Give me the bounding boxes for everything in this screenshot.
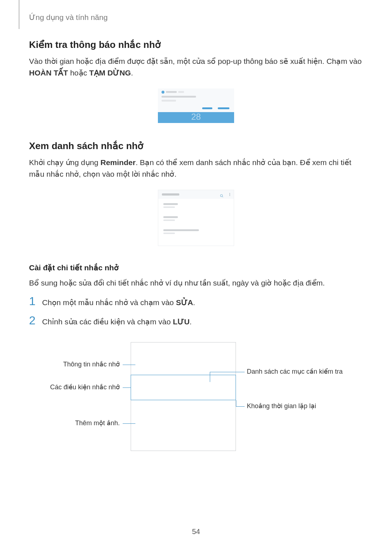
callout-line (123, 365, 135, 365)
more-icon (229, 193, 230, 196)
placeholder-line (163, 229, 199, 231)
reminder-detail-diagram: Thông tin nhắc nhở Các điều kiện nhắc nh… (29, 342, 363, 462)
list-item (163, 216, 178, 221)
placeholder-button (202, 107, 212, 109)
text-part: Chỉnh sửa các điều kiện và chạm vào (42, 317, 173, 326)
step-number: 2 (29, 315, 42, 326)
label-save: LƯU (173, 317, 189, 326)
step-text: Chỉnh sửa các điều kiện và chạm vào LƯU. (42, 316, 192, 328)
list-item (163, 203, 178, 208)
callout-line (210, 372, 245, 372)
notification-popup-figure: 28 (158, 89, 234, 123)
placeholder-line (162, 96, 196, 98)
page-header-section: Ứng dụng và tính năng (29, 13, 108, 22)
label-complete: HOÀN TẤT (29, 69, 68, 77)
placeholder-button (218, 107, 229, 109)
highlighted-region (131, 375, 236, 400)
page-margin-line (19, 0, 19, 29)
search-icon (220, 193, 224, 196)
text-part: . (131, 69, 133, 77)
label-snooze: TẠM DỪNG (89, 69, 131, 77)
heading-view-reminder-list: Xem danh sách nhắc nhở (29, 140, 363, 152)
heading-reminder-details: Cài đặt chi tiết nhắc nhở (29, 263, 363, 272)
step-2: 2 Chỉnh sửa các điều kiện và chạm vào LƯ… (29, 315, 363, 328)
svg-line-1 (222, 196, 223, 197)
text-part: Vào thời gian hoặc địa điểm được đặt sẵn… (29, 57, 362, 65)
text-part: hoặc (68, 69, 89, 77)
placeholder-line (163, 233, 175, 234)
callout-add-image: Thêm một ảnh. (29, 419, 120, 427)
placeholder-line (163, 206, 175, 208)
popup-date-number: 28 (191, 112, 201, 122)
callout-line (210, 372, 210, 382)
text-part: . (193, 298, 195, 307)
list-item (163, 229, 199, 234)
heading-check-reminders: Kiểm tra thông báo nhắc nhở (29, 39, 363, 50)
placeholder-line (166, 91, 177, 93)
callout-line (123, 387, 131, 388)
text-part: Khởi chạy ứng dụng (29, 158, 101, 167)
svg-point-0 (220, 194, 222, 197)
label-reminder-app: Reminder (101, 158, 136, 167)
callout-reminder-info: Thông tin nhắc nhở (29, 360, 120, 368)
callout-reminder-conditions: Các điều kiện nhắc nhở (29, 383, 120, 391)
label-edit: SỬA (176, 298, 193, 307)
placeholder-line (163, 216, 178, 218)
text-part: . (189, 317, 192, 326)
callout-line (236, 406, 245, 407)
main-content: Kiểm tra thông báo nhắc nhở Vào thời gia… (29, 39, 363, 462)
callout-line (123, 423, 135, 424)
step-1: 1 Chọn một mẫu nhắc nhở và chạm vào SỬA. (29, 295, 363, 308)
placeholder-line (163, 219, 175, 221)
callout-line (236, 400, 236, 407)
placeholder-line (178, 91, 184, 93)
paragraph-view-reminder-list: Khởi chạy ứng dụng Reminder. Bạn có thể … (29, 157, 363, 180)
text-part: Chọn một mẫu nhắc nhở và chạm vào (42, 298, 176, 307)
paragraph-reminder-details: Bổ sung hoặc sửa đổi chi tiết nhắc nhở v… (29, 277, 363, 289)
callout-repeat-interval: Khoảng thời gian lặp lại (247, 402, 316, 410)
page-number: 54 (192, 528, 200, 536)
placeholder-title (162, 193, 179, 196)
step-number: 1 (29, 295, 42, 307)
placeholder-line (162, 100, 176, 102)
reminder-list-figure (158, 190, 234, 246)
paragraph-check-reminders: Vào thời gian hoặc địa điểm được đặt sẵn… (29, 56, 363, 78)
step-text: Chọn một mẫu nhắc nhở và chạm vào SỬA. (42, 297, 195, 308)
bell-icon (162, 91, 164, 94)
placeholder-line (163, 203, 178, 205)
callout-checklist: Danh sách các mục cần kiểm tra (247, 368, 343, 376)
